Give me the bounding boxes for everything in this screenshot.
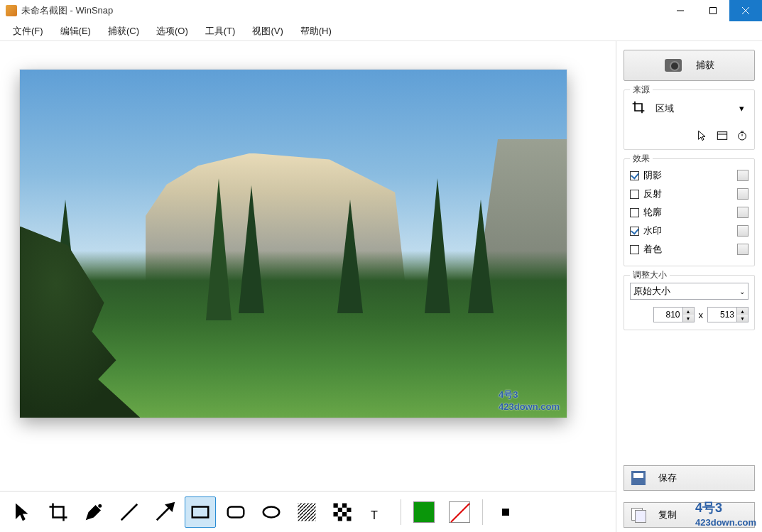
resize-group-title: 调整大小 [630,269,670,281]
svg-rect-21 [717,132,726,140]
svg-line-5 [121,504,138,520]
height-spinner[interactable]: ▲▼ [707,307,749,322]
resize-group: 调整大小 原始大小 ⌄ ▲▼ x ▲▼ [624,275,755,330]
fx-reflect[interactable]: 反射 [630,188,662,200]
image-watermark: 4号3 423down.com [499,389,560,412]
source-group: 来源 区域 ▾ [624,89,755,150]
screenshot-preview[interactable]: 4号3 423down.com [20,70,567,418]
main-area: 4号3 423down.com T 捕 [0,41,762,532]
svg-point-9 [263,506,280,517]
canvas-area: 4号3 423down.com T [0,41,616,532]
svg-rect-14 [347,507,351,511]
menu-capture[interactable]: 捕获(C) [99,22,148,40]
svg-rect-10 [298,503,316,521]
titlebar: 未命名截图 - WinSnap [0,0,762,21]
no-fill[interactable] [444,496,475,528]
height-input[interactable] [708,310,736,320]
fx-shadow-options[interactable] [737,170,749,181]
tool-line[interactable] [114,496,145,528]
fx-tint-options[interactable] [737,244,749,255]
svg-rect-1 [710,8,717,14]
canvas-viewport[interactable]: 4号3 423down.com [0,41,616,491]
timer-icon[interactable] [736,129,749,142]
tool-pointer[interactable] [7,496,38,528]
svg-line-6 [157,506,170,520]
tool-rounded-rect[interactable] [220,496,251,528]
camera-icon [665,59,682,72]
checkbox-icon [630,208,639,217]
checkbox-icon [630,171,639,180]
capture-label: 捕获 [696,59,714,72]
menu-view[interactable]: 视图(V) [244,22,291,40]
window-title: 未命名截图 - WinSnap [21,4,664,17]
svg-rect-18 [347,516,351,521]
fill-color[interactable] [408,496,440,528]
fx-reflect-options[interactable] [737,188,749,200]
fx-outline-options[interactable] [737,207,749,218]
checkbox-icon [630,227,639,236]
close-button[interactable] [729,0,762,21]
menubar: 文件(F) 编辑(E) 捕获(C) 选项(O) 工具(T) 视图(V) 帮助(H… [0,21,762,41]
tool-text[interactable]: T [362,496,393,528]
tool-pixelate[interactable] [327,496,358,528]
checkbox-icon [630,190,639,199]
toolbar-separator-2 [482,499,483,525]
tool-pen[interactable] [78,496,109,528]
maximize-button[interactable] [697,0,729,21]
svg-rect-8 [228,506,244,517]
menu-tools[interactable]: 工具(T) [197,22,244,40]
width-input[interactable] [654,310,682,320]
menu-options[interactable]: 选项(O) [148,22,197,40]
source-mode-dropdown[interactable]: 区域 ▾ [655,102,747,115]
fx-watermark-options[interactable] [737,225,749,237]
width-spinner[interactable]: ▲▼ [653,307,695,322]
tool-arrow[interactable] [149,496,180,528]
fx-outline[interactable]: 轮廓 [630,206,662,219]
menu-edit[interactable]: 编辑(E) [52,22,99,40]
stroke-width[interactable] [490,496,521,528]
chevron-down-icon: ⌄ [739,288,745,295]
svg-rect-17 [338,516,342,521]
capture-button[interactable]: 捕获 [624,50,755,81]
menu-help[interactable]: 帮助(H) [292,22,340,40]
fx-watermark[interactable]: 水印 [630,224,662,237]
cursor-include-icon[interactable] [696,129,709,142]
tool-rectangle[interactable] [185,496,216,528]
svg-rect-16 [342,512,347,516]
tool-crop[interactable] [43,496,74,528]
chevron-down-icon: ▾ [739,103,744,114]
side-panel: 捕获 来源 区域 ▾ 效果 阴影 反射 轮廓 水印 着色 [616,41,762,532]
minimize-button[interactable] [664,0,697,21]
save-button[interactable]: 保存 [624,465,755,491]
toolbar-separator [401,499,401,525]
svg-rect-12 [342,503,347,507]
svg-rect-13 [338,507,342,511]
fx-shadow[interactable]: 阴影 [630,169,662,182]
svg-point-4 [98,504,102,507]
source-group-title: 来源 [630,84,653,96]
svg-rect-7 [192,506,209,517]
svg-line-20 [451,504,469,522]
window-controls [664,0,762,21]
fx-tint[interactable]: 着色 [630,243,662,256]
tool-blur[interactable] [291,496,322,528]
copy-icon [631,508,646,522]
crop-icon [631,100,646,116]
window-icon[interactable] [716,129,729,142]
tool-ellipse[interactable] [256,496,287,528]
checkbox-icon [630,245,639,254]
size-separator: x [699,310,704,320]
resize-mode-select[interactable]: 原始大小 ⌄ [630,283,749,300]
page-watermark: 4号3423down.com [695,499,756,528]
effects-group: 效果 阴影 反射 轮廓 水印 着色 [624,158,755,266]
svg-rect-15 [334,512,338,516]
menu-file[interactable]: 文件(F) [4,22,52,40]
effects-group-title: 效果 [630,153,653,165]
svg-text:T: T [371,509,378,521]
svg-rect-11 [334,503,338,507]
drawing-toolbar: T [0,491,616,532]
app-icon [6,5,17,16]
save-icon [631,471,646,485]
